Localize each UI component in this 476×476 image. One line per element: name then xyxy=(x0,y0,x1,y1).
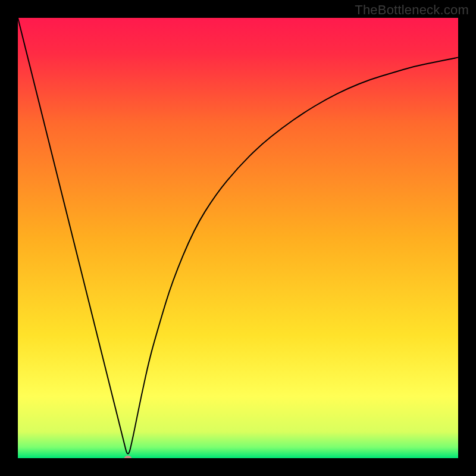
chart-svg xyxy=(18,18,458,458)
chart-frame: TheBottleneck.com xyxy=(0,0,476,476)
watermark-text: TheBottleneck.com xyxy=(355,2,469,18)
gradient-background xyxy=(18,18,458,458)
plot-area xyxy=(18,18,458,458)
